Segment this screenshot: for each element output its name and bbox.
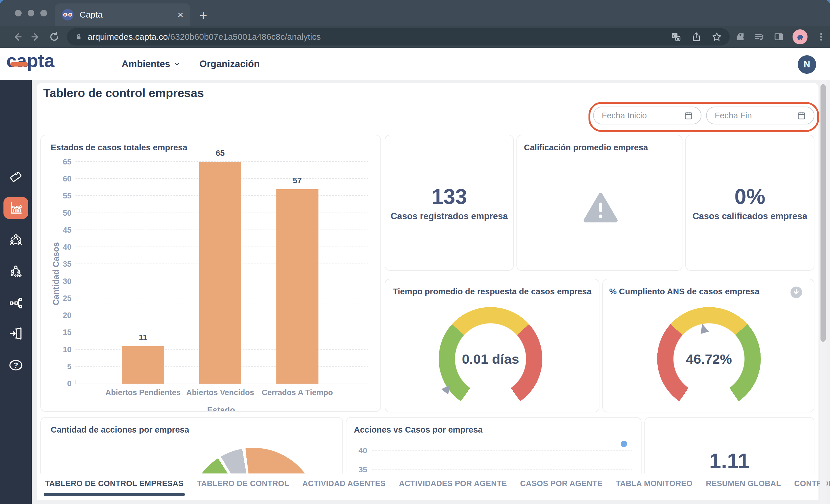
url-bar[interactable]: arquimedes.capta.co/6320b60b07e1a5001a48… bbox=[67, 28, 730, 45]
nav-ambientes[interactable]: Ambientes bbox=[122, 48, 181, 80]
app-header: capta Ambientes Organización N bbox=[0, 48, 830, 80]
sidebar-item-tickets[interactable] bbox=[3, 166, 28, 188]
tab-tabla-monitoreo[interactable]: TABLA MONITOREO bbox=[616, 479, 693, 488]
fecha-inicio-input[interactable] bbox=[593, 107, 701, 125]
y-tick: 10 bbox=[53, 345, 71, 354]
ticket-icon bbox=[9, 170, 23, 184]
card-casos-registrados: 133 Casos registrados empresa bbox=[385, 135, 514, 271]
chart-title: Estados de casos totales empresa bbox=[51, 143, 187, 153]
chart-title: Acciones vs Casos por empresa bbox=[354, 425, 482, 435]
sidebar-item-workflow[interactable] bbox=[3, 292, 28, 314]
kebab-menu-icon[interactable] bbox=[816, 32, 826, 42]
tab-resumen-global[interactable]: RESUMEN GLOBAL bbox=[706, 479, 781, 488]
tab-casos-por-agente[interactable]: CASOS POR AGENTE bbox=[520, 479, 603, 488]
analytics-icon bbox=[9, 201, 23, 215]
capta-favicon bbox=[62, 9, 74, 21]
page-scrollbar bbox=[820, 80, 827, 504]
y-tick: 40 bbox=[354, 446, 367, 455]
chevron-down-icon bbox=[173, 60, 181, 68]
gauge-value: 46.72% bbox=[657, 307, 761, 411]
sidebar: ? bbox=[0, 80, 32, 504]
y-tick: 30 bbox=[53, 277, 71, 286]
team-icon bbox=[9, 233, 23, 247]
kpi-label: Casos calificados empresa bbox=[693, 211, 807, 222]
y-tick: 5 bbox=[53, 362, 71, 371]
logout-icon bbox=[9, 326, 23, 341]
y-tick: 40 bbox=[53, 243, 71, 252]
browser-toolbar: arquimedes.capta.co/6320b60b07e1a5001a48… bbox=[0, 26, 830, 48]
bar-chart-plot: Cantidad Casos Estado 051015202530354045… bbox=[75, 162, 366, 384]
bar bbox=[199, 162, 241, 383]
side-panel-icon[interactable] bbox=[773, 32, 784, 42]
sidebar-item-team[interactable] bbox=[3, 229, 28, 251]
browser-window: Capta × + arquimedes.capta.co/6320b60b07… bbox=[0, 0, 830, 504]
y-tick: 0 bbox=[53, 379, 71, 388]
star-icon[interactable] bbox=[711, 31, 722, 42]
chart-title: % Cumpliento ANS de casos empresa bbox=[609, 287, 759, 296]
user-avatar[interactable]: N bbox=[798, 55, 816, 74]
fecha-fin-input[interactable] bbox=[706, 107, 815, 125]
back-icon[interactable] bbox=[10, 30, 24, 44]
profile-avatar[interactable] bbox=[793, 29, 807, 44]
chart-title: Cantidad de acciones por empresa bbox=[51, 425, 189, 435]
gridline bbox=[372, 450, 632, 451]
window-close-button[interactable] bbox=[15, 10, 22, 16]
gauge-value: 0.01 días bbox=[439, 307, 542, 411]
tab-actividades-por-agente[interactable]: ACTIVIDADES POR AGENTE bbox=[399, 479, 507, 488]
svg-text:?: ? bbox=[13, 361, 18, 370]
nav-organizacion-label: Organización bbox=[199, 59, 260, 69]
y-tick: 15 bbox=[53, 328, 71, 337]
tab-tablero-de-control[interactable]: TABLERO DE CONTROL bbox=[197, 479, 289, 488]
window-minimize-button[interactable] bbox=[28, 10, 34, 16]
extensions-puzzle-icon[interactable] bbox=[735, 32, 745, 42]
chart-title: Tiempo promedio de respuesta de casos em… bbox=[393, 287, 592, 296]
gauge-cumplimiento: 46.72% bbox=[657, 307, 761, 411]
bar-value-label: 11 bbox=[100, 333, 186, 342]
browser-tab[interactable]: Capta × bbox=[55, 3, 190, 26]
kpi-label: Casos registrados empresa bbox=[391, 211, 508, 222]
y-tick: 55 bbox=[53, 192, 71, 200]
kpi-value: 133 bbox=[432, 184, 467, 209]
tab-actividad-agentes[interactable]: ACTIVIDAD AGENTES bbox=[302, 479, 386, 488]
bar-value-label: 65 bbox=[177, 148, 263, 158]
logo-link-bar bbox=[10, 62, 28, 67]
y-tick: 45 bbox=[53, 226, 71, 235]
url-host: arquimedes.capta.co bbox=[88, 32, 168, 41]
reload-icon[interactable] bbox=[47, 30, 61, 44]
y-tick: 50 bbox=[53, 209, 71, 218]
window-zoom-button[interactable] bbox=[40, 10, 47, 16]
chart-title: Calificación promedio empresa bbox=[524, 143, 648, 153]
share-icon[interactable] bbox=[691, 32, 701, 42]
y-tick: 35 bbox=[354, 465, 367, 474]
y-tick: 65 bbox=[53, 158, 71, 166]
scrollbar-thumb[interactable] bbox=[821, 84, 826, 342]
bar bbox=[276, 189, 318, 383]
translate-icon[interactable]: G bbox=[671, 32, 681, 42]
browser-tab-strip: Capta × + bbox=[0, 0, 830, 26]
bottom-strip bbox=[32, 500, 830, 504]
kpi-value: 0% bbox=[735, 184, 765, 209]
media-controls-icon[interactable] bbox=[754, 31, 765, 42]
tab-tablero-control-empresas[interactable]: TABLERO DE CONTROL EMPRESAS bbox=[45, 479, 184, 488]
axis-notch bbox=[75, 379, 76, 383]
tab-close-icon[interactable]: × bbox=[178, 10, 183, 20]
dashboard-tab-bar: TABLERO DE CONTROL EMPRESAS TABLERO DE C… bbox=[37, 473, 819, 500]
tab-title: Capta bbox=[79, 10, 178, 20]
gauge-tiempo-respuesta: 0.01 días bbox=[439, 307, 542, 411]
kpi-value: 1.11 bbox=[645, 449, 814, 473]
x-tick: Cerrados A Tiempo bbox=[251, 388, 344, 397]
workflow-nodes-icon bbox=[9, 296, 23, 310]
y-tick: 35 bbox=[53, 260, 71, 269]
sidebar-item-categories[interactable] bbox=[3, 261, 28, 283]
nav-organizacion[interactable]: Organización bbox=[199, 48, 260, 80]
sidebar-item-logout[interactable] bbox=[3, 323, 28, 344]
sidebar-item-help[interactable]: ? bbox=[3, 354, 28, 376]
card-cumplimiento-ans: % Cumpliento ANS de casos empresa 46.72% bbox=[602, 279, 815, 412]
y-tick: 60 bbox=[53, 174, 71, 183]
capta-logo[interactable]: capta bbox=[6, 50, 55, 71]
bar-value-label: 57 bbox=[254, 176, 341, 185]
forward-icon[interactable] bbox=[29, 30, 43, 44]
sidebar-item-analytics[interactable] bbox=[3, 197, 28, 219]
new-tab-button[interactable]: + bbox=[199, 7, 207, 23]
download-icon[interactable] bbox=[790, 286, 803, 299]
